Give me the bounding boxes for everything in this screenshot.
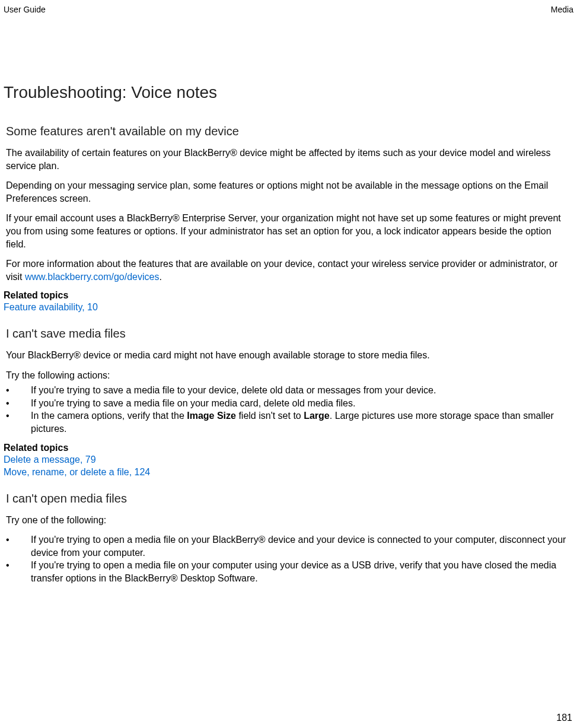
section2-bullets: •If you're trying to save a media file t…	[4, 384, 573, 435]
bullet-icon: •	[6, 533, 31, 546]
list-item: •If you're trying to open a media file o…	[6, 559, 573, 584]
bullet-text: If you're trying to save a media file to…	[31, 385, 436, 395]
section2-intro: Try the following actions:	[4, 369, 573, 382]
section1-p3: If your email account uses a BlackBerry®…	[4, 212, 573, 250]
section1-p2: Depending on your messaging service plan…	[4, 179, 573, 205]
related-topics-label-1: Related topics	[4, 290, 573, 301]
bullet-icon: •	[6, 559, 31, 572]
bullet-text: If you're trying to open a media file on…	[31, 560, 556, 583]
page-content: Troubleshooting: Voice notes Some featur…	[0, 0, 577, 585]
section3-intro: Try one of the following:	[4, 514, 573, 527]
bullet-icon: •	[6, 409, 31, 422]
bullet-icon: •	[6, 397, 31, 410]
bullet-text: If you're trying to save a media file on…	[31, 398, 355, 408]
page-number: 181	[556, 713, 572, 723]
section2-p1: Your BlackBerry® device or media card mi…	[4, 349, 573, 362]
bullet-mid: field isn't set to	[236, 411, 304, 421]
list-item: •If you're trying to save a media file t…	[6, 384, 573, 397]
section2-heading: I can't save media files	[4, 327, 573, 341]
page-title: Troubleshooting: Voice notes	[4, 83, 573, 102]
related-link-delete-message[interactable]: Delete a message, 79	[4, 453, 573, 466]
section1-p4-after: .	[159, 272, 161, 282]
list-item: •In the camera options, verify that the …	[6, 409, 573, 435]
bullet-icon: •	[6, 384, 31, 397]
section3-heading: I can't open media files	[4, 492, 573, 506]
section3-bullets: •If you're trying to open a media file o…	[4, 533, 573, 584]
related-topics-label-2: Related topics	[4, 443, 573, 453]
bullet-before: In the camera options, verify that the	[31, 411, 187, 421]
related-link-feature-availability[interactable]: Feature availability, 10	[4, 301, 573, 314]
section1-p4: For more information about the features …	[4, 257, 573, 283]
list-item: •If you're trying to save a media file o…	[6, 397, 573, 410]
section1-heading: Some features aren't available on my dev…	[4, 125, 573, 138]
devices-link[interactable]: www.blackberry.com/go/devices	[25, 272, 159, 282]
header-left: User Guide	[4, 5, 46, 14]
header-right: Media	[551, 5, 573, 14]
bullet-text: If you're trying to open a media file on…	[31, 535, 566, 558]
related-link-move-rename-delete[interactable]: Move, rename, or delete a file, 124	[4, 466, 573, 479]
bullet-bold2: Large	[304, 411, 330, 421]
section1-p1: The availability of certain features on …	[4, 147, 573, 172]
bullet-bold1: Image Size	[187, 411, 236, 421]
list-item: •If you're trying to open a media file o…	[6, 533, 573, 559]
